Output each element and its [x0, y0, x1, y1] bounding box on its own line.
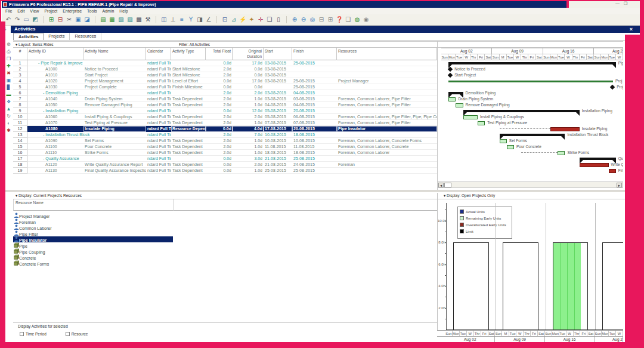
schedule-f9-icon[interactable]: ▬: [5, 91, 12, 98]
resources-icon[interactable]: ❖: [5, 98, 12, 105]
table-row[interactable]: 15A1100Pour Concretendard Full TimeTask …: [13, 144, 437, 150]
gantt-bar-task[interactable]: [478, 121, 485, 125]
add-icon[interactable]: ✚: [5, 63, 12, 69]
table-row[interactable]: 6- Demolition Pipingndard Full Time2.0d2…: [13, 90, 437, 96]
scroll-right-icon[interactable]: ►: [617, 183, 622, 187]
resource-row[interactable]: Pipe Coupling: [13, 248, 173, 254]
bar-settings-icon[interactable]: ∠: [205, 16, 213, 24]
table-row[interactable]: 5A1030Project Completendard Full TimeFin…: [13, 84, 437, 90]
resource-row[interactable]: Pipe Fitter: [13, 230, 173, 236]
filters-icon[interactable]: Y: [187, 16, 195, 24]
column-header-calendar[interactable]: Calendar: [146, 48, 171, 60]
cut-icon[interactable]: ✂: [65, 16, 73, 24]
column-header-original-duration[interactable]: Original Duration: [233, 48, 264, 60]
column-header-activity-id[interactable]: Activity ID: [27, 48, 83, 60]
gantt-milestone[interactable]: [448, 73, 453, 78]
activity-details-icon[interactable]: ⊡: [221, 16, 229, 24]
scroll-left-icon[interactable]: ◄: [438, 183, 444, 187]
gantt-scrollbar[interactable]: ◄ ►: [437, 181, 623, 188]
copy-row-icon[interactable]: ▣: [5, 77, 12, 84]
table-row[interactable]: 18A1120Write Quality Assurance Reportnda…: [13, 162, 437, 168]
gantt-bar-critical[interactable]: [550, 127, 580, 131]
zoom-in-icon[interactable]: ⊕: [290, 16, 299, 24]
gantt-milestone[interactable]: [610, 85, 615, 90]
summarize-all-icon[interactable]: ▲: [5, 106, 12, 112]
zoom-fit-icon[interactable]: ◎: [308, 16, 317, 24]
zoom-out-icon[interactable]: ⊖: [299, 16, 308, 24]
critical-icon[interactable]: ✱: [5, 127, 12, 134]
menu-item-tools[interactable]: Tools: [87, 9, 97, 13]
table-row[interactable]: 2A1000Notice to Proceedndard Full TimeSt…: [13, 66, 437, 72]
gantt-bar-critical[interactable]: [580, 163, 609, 167]
apply-actuals-icon[interactable]: ▧: [117, 16, 125, 24]
resource-row[interactable]: Pipe: [13, 242, 173, 248]
print-icon[interactable]: ⎙: [5, 48, 12, 55]
menu-item-project[interactable]: Project: [44, 9, 57, 13]
gantt-bar-summary[interactable]: [500, 134, 565, 136]
expand-icon[interactable]: ⊞: [326, 16, 335, 24]
table-row[interactable]: 12A1080Insulate Pipingndard Full TimeRes…: [13, 126, 437, 132]
resource-row[interactable]: Pipe Insulator: [13, 236, 173, 242]
paste-icon[interactable]: ◪: [83, 16, 91, 24]
store-period-icon[interactable]: ▩: [135, 16, 143, 24]
column-header-activity-type[interactable]: Activity Type: [171, 48, 206, 60]
layout-options-bar[interactable]: ▾ Layout: Swiss Rides Filter: All Activi…: [13, 41, 623, 48]
summarize-icon[interactable]: ▨: [126, 16, 134, 24]
copy-icon[interactable]: ▣: [74, 16, 82, 24]
schedule-icon[interactable]: ▤: [99, 16, 107, 24]
chart-icon[interactable]: ▊: [5, 84, 12, 91]
gantt-bar-critical[interactable]: [609, 169, 616, 173]
table-row[interactable]: 1- Pipe Repair & Improvendard Full Time0…: [13, 60, 437, 66]
gantt-bar-task[interactable]: [507, 145, 514, 149]
redo-icon[interactable]: ↷: [13, 16, 21, 24]
notebook-icon[interactable]: ❏: [265, 16, 274, 24]
level-resources-icon[interactable]: ▦: [108, 16, 116, 24]
resource-row[interactable]: Foreman: [13, 218, 173, 224]
table-row[interactable]: 16A1110Strike Formsndard Full TimeTask D…: [13, 150, 437, 156]
hint-help-icon[interactable]: ❓: [335, 16, 343, 24]
gantt-bar-summary[interactable]: [463, 110, 580, 112]
resource-row[interactable]: Concrete: [13, 254, 173, 260]
resources-display-bar[interactable]: ▾ Display: Current Project's Resources: [13, 193, 437, 199]
gantt-bar-task[interactable]: [456, 103, 463, 107]
gantt-bar-task[interactable]: [448, 97, 456, 101]
add-activity-icon[interactable]: ⊞: [47, 16, 55, 24]
horizontal-splitter[interactable]: [5, 190, 625, 192]
timescale-icon[interactable]: ◨: [196, 16, 204, 24]
table-row[interactable]: 8A1050Remove Damaged Pipingndard Full Ti…: [13, 102, 437, 108]
close-view-icon[interactable]: ×: [630, 26, 633, 33]
gantt-bar-summary[interactable]: [448, 62, 616, 64]
resource-row[interactable]: Concrete Forms: [13, 260, 173, 266]
delete-activity-icon[interactable]: ⊟: [56, 16, 64, 24]
tab-resources[interactable]: Resources: [70, 33, 101, 40]
profile-display-bar[interactable]: ▾ Display: Open Projects Only: [437, 193, 625, 199]
menu-item-view[interactable]: View: [30, 9, 39, 13]
trace-logic-icon[interactable]: ⚡: [239, 16, 247, 24]
table-row[interactable]: 13- Installation Thrust Blockndard Full …: [13, 132, 437, 138]
gantt-bar-summary[interactable]: [580, 158, 616, 160]
column-header-start[interactable]: Start: [264, 48, 292, 60]
columns-icon[interactable]: ◫: [160, 16, 168, 24]
print-preview-icon[interactable]: ❒: [5, 56, 12, 62]
menu-item-file[interactable]: File: [5, 9, 12, 13]
menu-item-edit[interactable]: Edit: [17, 9, 24, 13]
table-row[interactable]: 7A1040Drain Piping Systemndard Full Time…: [13, 96, 437, 102]
tab-activities[interactable]: Activities: [13, 33, 44, 40]
refresh-icon[interactable]: ↻: [5, 113, 12, 119]
menu-item-help[interactable]: Help: [119, 9, 128, 13]
table-row[interactable]: 9- Installation Pipingndard Full Time0.0…: [13, 108, 437, 114]
group-sort-icon[interactable]: ≡: [178, 16, 186, 24]
table-row[interactable]: 14A1090Set Formsndard Full TimeTask Depe…: [13, 138, 437, 144]
column-header--[interactable]: #: [13, 48, 27, 60]
column-header-activity-name[interactable]: Activity Name: [83, 48, 146, 60]
table-row[interactable]: 4A1020Project Managementndard Full TimeL…: [13, 78, 437, 84]
resource-row[interactable]: Common Laborer: [13, 224, 173, 230]
column-header-total-float[interactable]: Total Float: [206, 48, 233, 60]
column-header-resources[interactable]: Resources: [337, 48, 437, 60]
gantt-bar-loe[interactable]: [448, 81, 613, 82]
gantt-bar-summary[interactable]: [448, 92, 463, 94]
resource-assign-icon[interactable]: ✛: [256, 16, 265, 24]
delete-icon[interactable]: ✖: [5, 70, 12, 76]
menu-item-enterprise[interactable]: Enterprise: [63, 9, 82, 13]
column-header-finish[interactable]: Finish: [292, 48, 337, 60]
